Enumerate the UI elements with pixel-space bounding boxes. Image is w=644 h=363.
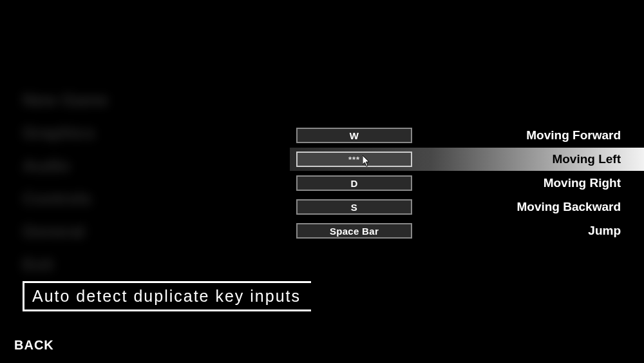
- binding-row-moving-forward[interactable]: W Moving Forward: [290, 124, 644, 147]
- sidebar-item: New Game: [23, 90, 108, 110]
- key-input[interactable]: W: [296, 128, 412, 143]
- key-input-listening[interactable]: ***: [296, 152, 412, 167]
- sidebar-menu-blurred: New Game Graphics Audio Controls General…: [23, 90, 108, 288]
- keybox-wrap: Space Bar: [290, 223, 419, 239]
- keybox-wrap: D: [290, 175, 419, 191]
- sidebar-item: Controls: [23, 189, 108, 209]
- sidebar-item: General: [23, 222, 108, 242]
- key-input[interactable]: S: [296, 199, 412, 215]
- keybox-wrap: S: [290, 199, 419, 215]
- sidebar-item: Exit: [23, 255, 108, 275]
- action-label: Moving Left: [419, 152, 644, 166]
- action-label: Moving Forward: [419, 128, 644, 142]
- action-label: Moving Backward: [419, 200, 644, 214]
- key-input[interactable]: D: [296, 175, 412, 191]
- action-label: Moving Right: [419, 176, 644, 190]
- binding-row-moving-left[interactable]: *** Moving Left: [290, 148, 644, 171]
- sidebar-item: Graphics: [23, 123, 108, 143]
- keybindings-list: W Moving Forward *** Moving Left D Movin…: [290, 124, 644, 243]
- key-input[interactable]: Space Bar: [296, 223, 412, 239]
- keybox-wrap: ***: [290, 152, 419, 167]
- keybox-wrap: W: [290, 128, 419, 143]
- binding-row-jump[interactable]: Space Bar Jump: [290, 219, 644, 242]
- sidebar-item: Audio: [23, 156, 108, 176]
- caption-box: Auto detect duplicate key inputs: [23, 281, 311, 311]
- binding-row-moving-right[interactable]: D Moving Right: [290, 172, 644, 195]
- action-label: Jump: [419, 224, 644, 238]
- back-button[interactable]: BACK: [14, 338, 54, 353]
- binding-row-moving-backward[interactable]: S Moving Backward: [290, 195, 644, 219]
